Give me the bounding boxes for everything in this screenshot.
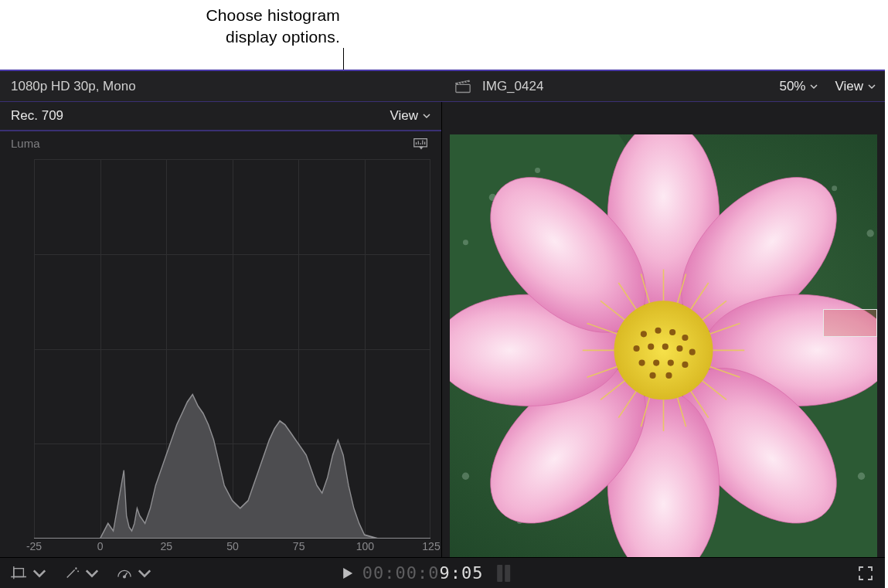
axis-tick: 100 — [356, 540, 374, 552]
axis-tick: -25 — [26, 540, 42, 552]
chevron-down-icon — [810, 83, 818, 90]
chevron-down-icon — [136, 566, 153, 580]
svg-point-41 — [614, 301, 713, 399]
axis-tick: 25 — [161, 540, 173, 552]
svg-point-54 — [682, 362, 688, 368]
play-button[interactable] — [341, 566, 355, 580]
enhance-tool-button[interactable] — [63, 566, 100, 580]
preview-image — [450, 134, 877, 557]
svg-point-7 — [867, 229, 874, 236]
app-window: 1080p HD 30p, Mono IMG_0424 50% View — [0, 70, 885, 588]
clapper-icon — [454, 80, 471, 93]
scope-view-label: View — [390, 108, 418, 124]
transport-controls: 00:00:09:05 — [341, 563, 511, 583]
viewer-view-dropdown[interactable]: View — [835, 79, 876, 94]
svg-point-52 — [653, 360, 659, 366]
axis-tick: 0 — [97, 540, 104, 552]
topbar-right: IMG_0424 50% View — [442, 79, 885, 94]
svg-point-48 — [662, 344, 669, 350]
svg-point-51 — [638, 360, 645, 366]
axis-tick: 75 — [293, 540, 305, 552]
svg-point-4 — [463, 240, 468, 245]
svg-point-50 — [689, 349, 696, 355]
annotation-line2: display options. — [226, 28, 340, 46]
axis-tick: 125 — [422, 540, 440, 552]
svg-rect-0 — [456, 84, 470, 92]
viewer-panel[interactable] — [442, 102, 885, 557]
topbar: 1080p HD 30p, Mono IMG_0424 50% View — [0, 71, 885, 102]
viewer-view-label: View — [835, 79, 863, 94]
crop-tool-button[interactable] — [11, 566, 48, 580]
chevron-down-icon — [423, 112, 430, 120]
timecode-dim: 00:00:0 — [362, 563, 440, 583]
format-info: 1080p HD 30p, Mono — [11, 79, 136, 94]
svg-point-45 — [682, 335, 688, 341]
svg-point-8 — [832, 185, 837, 191]
audio-meters — [497, 565, 510, 582]
zoom-label: 50% — [779, 79, 805, 94]
svg-point-46 — [634, 345, 640, 352]
svg-point-47 — [648, 344, 654, 350]
annotation-callout: Choose histogram display options. — [0, 5, 340, 49]
svg-point-6 — [535, 168, 540, 173]
scope-channel-row: Luma — [0, 131, 441, 155]
svg-point-10 — [462, 473, 469, 480]
topbar-left: 1080p HD 30p, Mono — [0, 79, 442, 94]
svg-rect-57 — [14, 568, 24, 576]
svg-point-12 — [858, 473, 865, 480]
svg-point-56 — [665, 372, 672, 379]
histogram-options-button[interactable] — [412, 136, 430, 150]
svg-point-49 — [676, 345, 682, 352]
scopes-panel: Rec. 709 View Luma — [0, 102, 442, 557]
scope-header: Rec. 709 View — [0, 102, 441, 131]
timecode-display[interactable]: 00:00:09:05 — [362, 563, 484, 583]
scope-view-dropdown[interactable]: View — [390, 108, 430, 124]
axis-tick: 50 — [226, 540, 239, 552]
svg-point-55 — [649, 372, 655, 379]
svg-point-58 — [124, 576, 126, 578]
svg-point-42 — [641, 331, 647, 337]
zoom-dropdown[interactable]: 50% — [779, 79, 818, 94]
timecode-bright: 9:05 — [439, 563, 483, 583]
x-axis: -250255075100125 — [11, 540, 430, 557]
chevron-down-icon — [868, 83, 876, 90]
histogram-chart: -250255075100125 — [0, 155, 441, 557]
chevron-down-icon — [83, 566, 100, 580]
retime-tool-button[interactable] — [116, 566, 153, 580]
bottom-toolbar: 00:00:09:05 — [0, 557, 885, 588]
fullscreen-button[interactable] — [857, 565, 874, 582]
svg-point-53 — [668, 360, 674, 366]
svg-point-43 — [655, 328, 661, 334]
viewer-canvas — [450, 134, 877, 557]
clip-name: IMG_0424 — [482, 79, 543, 94]
content-area: Rec. 709 View Luma — [0, 102, 885, 557]
color-space-label: Rec. 709 — [11, 108, 63, 124]
annotation-line1: Choose histogram — [206, 6, 340, 24]
chevron-down-icon — [31, 566, 48, 580]
selection-overlay[interactable] — [823, 309, 877, 337]
histogram-plot — [34, 159, 430, 539]
scope-channel-label: Luma — [11, 137, 40, 150]
svg-point-44 — [669, 329, 675, 335]
